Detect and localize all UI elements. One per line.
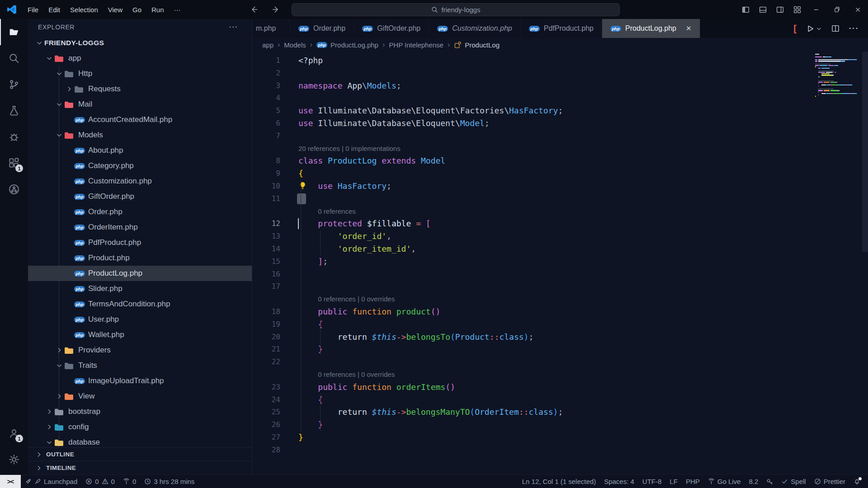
tree-item-providers[interactable]: Providers — [28, 343, 252, 358]
restore-icon[interactable] — [826, 0, 847, 19]
code-line-14[interactable]: 14 'order_item_id', — [252, 243, 868, 255]
status-launchpad[interactable]: Launchpad — [21, 475, 81, 488]
tree-item-category-php[interactable]: phpCategory.php — [28, 158, 252, 174]
activity-debug-bug-icon[interactable] — [0, 124, 28, 150]
remote-indicator[interactable]: >< — [0, 475, 21, 488]
code-line-18[interactable]: 18 public function product() — [252, 305, 868, 318]
tree-item-friendy-loggs[interactable]: FRIENDY-LOGGS — [28, 35, 252, 51]
tab-giftorder-php[interactable]: phpGiftOrder.php — [354, 19, 429, 38]
menu-[interactable]: ··· — [169, 0, 186, 19]
activity-search-search-icon[interactable] — [0, 45, 28, 71]
line-number[interactable]: 18 — [252, 305, 280, 318]
more-actions-icon[interactable]: ··· — [849, 24, 859, 33]
breadcrumb-item-app[interactable]: app — [262, 41, 274, 49]
status-prettier[interactable]: Prettier — [810, 475, 849, 488]
line-number[interactable]: 17 — [252, 280, 280, 293]
tree-item-slider-php[interactable]: phpSlider.php — [28, 281, 252, 296]
line-number[interactable]: 6 — [252, 117, 280, 130]
activity-extensions-extensions-icon[interactable]: 1 — [0, 150, 28, 176]
php-debug-icon[interactable]: [ — [793, 23, 797, 34]
explorer-more-actions-icon[interactable]: ··· — [229, 23, 238, 31]
tree-item-traits[interactable]: Traits — [28, 358, 252, 373]
code-line-7[interactable]: 7 — [252, 130, 868, 142]
code-line-19[interactable]: 19 { — [252, 318, 868, 331]
status-spell[interactable]: Spell — [777, 475, 810, 488]
close-tab-icon[interactable]: ✕ — [686, 24, 692, 33]
line-number[interactable]: 28 — [252, 444, 280, 456]
status-php-version[interactable]: 8.2 — [745, 475, 762, 488]
code-line-4[interactable]: 4 — [252, 92, 868, 104]
tab-m-php[interactable]: m.php — [252, 19, 290, 38]
line-number[interactable]: 27 — [252, 431, 280, 444]
status-timer[interactable]: 3 hrs 28 mins — [140, 475, 198, 488]
code-line-15[interactable]: 15 ]; — [252, 255, 868, 268]
line-number[interactable]: 1 — [252, 54, 280, 67]
layout-sidebar-right-icon[interactable] — [771, 0, 788, 19]
status-go-live[interactable]: Go Live — [704, 475, 745, 488]
line-number[interactable]: 12 — [252, 217, 280, 230]
tree-item-pdfproduct-php[interactable]: phpPdfProduct.php — [28, 235, 252, 250]
tree-item-order-php[interactable]: phpOrder.php — [28, 204, 252, 220]
line-number[interactable]: 15 — [252, 255, 280, 268]
line-number[interactable]: 9 — [252, 167, 280, 180]
code-line-3[interactable]: 3namespace App\Models; — [252, 80, 868, 92]
tree-item-productlog-php[interactable]: phpProductLog.php — [28, 266, 252, 281]
tree-item-bootstrap[interactable]: bootstrap — [28, 404, 252, 419]
layout-panel-icon[interactable] — [754, 0, 771, 19]
status-indentation[interactable]: Spaces: 4 — [600, 475, 638, 488]
code-line-16[interactable]: 16 — [252, 268, 868, 281]
tree-item-http[interactable]: Http — [28, 66, 252, 81]
tree-item-orderitem-php[interactable]: phpOrderItem.php — [28, 220, 252, 235]
code-line-9[interactable]: 9{ — [252, 167, 868, 180]
codelens[interactable]: 20 references | 0 implementations — [252, 142, 868, 155]
forward-arrow-icon[interactable] — [270, 3, 282, 16]
code-line-2[interactable]: 2 — [252, 67, 868, 80]
tree-item-app[interactable]: app — [28, 51, 252, 66]
line-number[interactable]: 25 — [252, 406, 280, 418]
back-arrow-icon[interactable] — [248, 3, 260, 16]
line-number[interactable]: 23 — [252, 381, 280, 394]
editor-scrollbar[interactable] — [862, 52, 868, 252]
breadcrumb-item-models[interactable]: Models — [284, 41, 306, 49]
menu-selection[interactable]: Selection — [65, 0, 103, 19]
code-line-25[interactable]: 25 return $this->belongsManyTO(OrderItem… — [252, 406, 868, 418]
code-line-1[interactable]: 1<?php — [252, 54, 868, 67]
tree-item-giftorder-php[interactable]: phpGiftOrder.php — [28, 189, 252, 204]
code-line-26[interactable]: 26 } — [252, 418, 868, 431]
status-encoding[interactable]: UTF-8 — [638, 475, 666, 488]
activity-accounts-account-icon[interactable]: 1 — [0, 420, 28, 446]
line-number[interactable]: 16 — [252, 268, 280, 281]
run-button[interactable] — [806, 24, 822, 33]
code-line-17[interactable]: 17 — [252, 280, 868, 293]
tree-item-accountcreatedmail-php[interactable]: phpAccountCreatedMail.php — [28, 112, 252, 127]
status-key[interactable] — [762, 475, 777, 488]
tab-productlog-php[interactable]: phpProductLog.php✕ — [602, 19, 700, 38]
line-number[interactable]: 11 — [252, 192, 280, 205]
code-line-11[interactable]: 11 — [252, 192, 868, 205]
line-number[interactable]: 13 — [252, 230, 280, 243]
line-number[interactable]: 8 — [252, 155, 280, 167]
code-line-23[interactable]: 23 public function orderItems() — [252, 381, 868, 394]
code-line-27[interactable]: 27} — [252, 431, 868, 444]
tree-item-view[interactable]: View — [28, 389, 252, 404]
line-number[interactable]: 14 — [252, 243, 280, 255]
codelens[interactable]: 0 references | 0 overrides — [252, 368, 868, 381]
status-notifications[interactable] — [849, 475, 864, 488]
breadcrumb-item-productlog-php[interactable]: phpProductLog.php — [316, 41, 378, 49]
tree-item-imageuploadtrait-php[interactable]: phpImageUploadTrait.php — [28, 373, 252, 389]
code-line-6[interactable]: 6use Illuminate\Database\Eloquent\Model; — [252, 117, 868, 130]
section-outline[interactable]: OUTLINE — [28, 447, 252, 461]
breadcrumb-item-php-intelephense[interactable]: PHP Intelephense — [389, 41, 443, 49]
close-icon[interactable] — [847, 0, 868, 19]
code-line-8[interactable]: 8class ProductLog extends Model — [252, 155, 868, 167]
line-number[interactable]: 26 — [252, 418, 280, 431]
line-number[interactable]: 7 — [252, 130, 280, 142]
line-number[interactable]: 22 — [252, 356, 280, 368]
menu-run[interactable]: Run — [146, 0, 169, 19]
tree-item-config[interactable]: config — [28, 419, 252, 435]
code-line-22[interactable]: 22 — [252, 356, 868, 368]
status-eol[interactable]: LF — [665, 475, 682, 488]
layout-sidebar-left-icon[interactable] — [737, 0, 754, 19]
tree-item-about-php[interactable]: phpAbout.php — [28, 143, 252, 158]
tree-item-user-php[interactable]: phpUser.php — [28, 312, 252, 327]
